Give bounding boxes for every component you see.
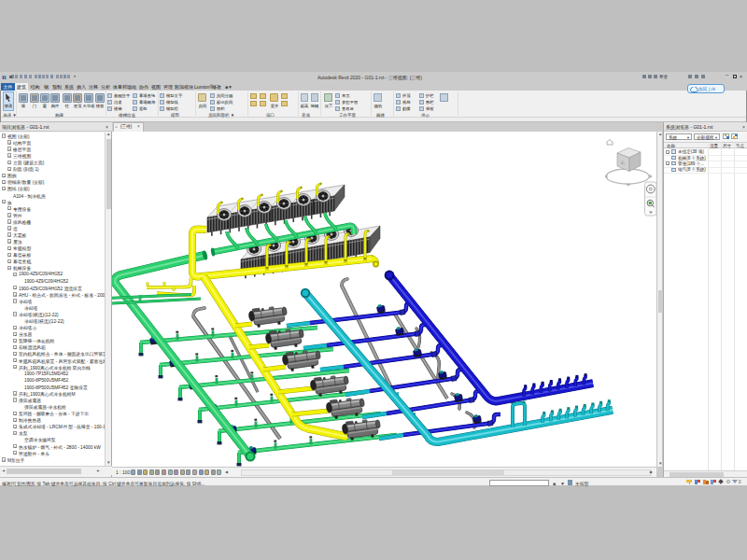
svg-text:前: 前 (621, 161, 626, 165)
